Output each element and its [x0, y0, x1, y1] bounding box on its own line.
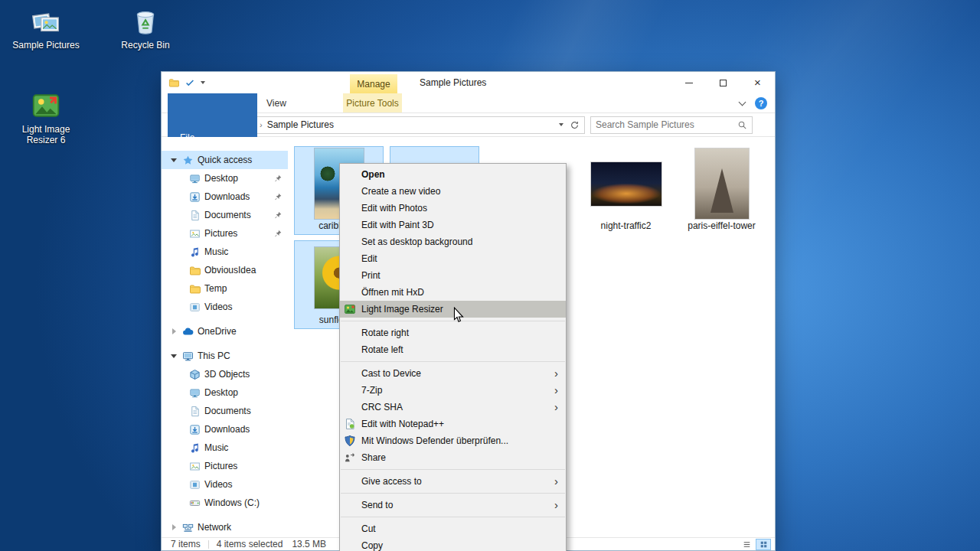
sidebar-item-icon: [189, 191, 201, 203]
file-name: paris-eiffel-tower: [678, 220, 766, 233]
minimize-button[interactable]: [671, 72, 706, 93]
menu-item[interactable]: Edit with Photos: [340, 200, 566, 217]
sidebar-item-icon: [189, 283, 201, 295]
breadcrumb[interactable]: Sample Pictures: [267, 119, 554, 130]
details-view-button[interactable]: [739, 539, 754, 550]
sidebar-item-label: Network: [198, 522, 288, 533]
menu-item[interactable]: Open: [340, 166, 566, 183]
menu-item[interactable]: Copy: [340, 537, 566, 551]
close-button[interactable]: [740, 72, 775, 93]
menu-item[interactable]: Print: [340, 267, 566, 284]
menu-item-icon: [344, 253, 356, 265]
menu-item-label: Cut: [361, 523, 376, 534]
menu-item[interactable]: CRC SHA: [340, 399, 566, 416]
search-input[interactable]: [596, 119, 734, 130]
refresh-button[interactable]: [570, 120, 580, 130]
sidebar-item-label: Music: [204, 246, 288, 257]
sidebar-item[interactable]: Downloads: [162, 420, 288, 439]
menu-item-label: Create a new video: [361, 186, 440, 197]
sidebar-item[interactable]: Windows (C:): [162, 494, 288, 512]
sidebar-item-icon: [182, 326, 194, 337]
sidebar-item[interactable]: Pictures: [162, 224, 288, 243]
sidebar-item-label: Downloads: [204, 424, 288, 435]
sidebar-item[interactable]: Music: [162, 243, 288, 261]
thumbnails-view-button[interactable]: [756, 539, 771, 550]
sidebar-item-icon: [182, 350, 194, 362]
submenu-arrow-icon: [554, 383, 558, 396]
menu-item-label: Edit with Photos: [361, 203, 427, 214]
customize-toolbar-chevron-icon[interactable]: [201, 81, 205, 84]
sidebar-item[interactable]: Temp: [162, 279, 288, 298]
expand-chevron-icon[interactable]: [169, 354, 178, 358]
item-count: 7 items: [171, 539, 201, 549]
expand-ribbon-chevron-icon[interactable]: [739, 99, 746, 106]
sidebar-item-label: Quick access: [198, 155, 288, 165]
menu-item-icon: [344, 303, 356, 315]
menu-item[interactable]: Share: [340, 449, 566, 466]
menu-item-icon: [344, 367, 356, 380]
sidebar-item-icon: [189, 265, 201, 276]
ribbon-tab[interactable]: View: [256, 93, 296, 112]
menu-item[interactable]: 7-Zip: [340, 382, 566, 399]
menu-item-label: Open: [361, 169, 385, 180]
expand-chevron-icon[interactable]: [169, 524, 178, 530]
menu-item[interactable]: Edit with Paint 3D: [340, 217, 566, 233]
menu-item[interactable]: Cut: [340, 520, 566, 537]
menu-item[interactable]: Cast to Device: [340, 365, 566, 382]
file-name: night-traffic2: [582, 220, 670, 233]
menu-item[interactable]: Edit: [340, 250, 566, 267]
close-icon: [754, 77, 761, 89]
sidebar-item[interactable]: Quick access: [162, 151, 288, 169]
sidebar-item[interactable]: ObviousIdea: [162, 261, 288, 279]
sidebar-item[interactable]: Desktop: [162, 383, 288, 402]
picture-tools-group[interactable]: Picture Tools: [343, 93, 402, 112]
menu-item[interactable]: Edit with Notepad++: [340, 416, 566, 432]
menu-item[interactable]: Set as desktop background: [340, 233, 566, 250]
menu-item-label: Set as desktop background: [361, 236, 472, 247]
menu-item[interactable]: Rotate right: [340, 324, 566, 341]
menu-item-icon: [344, 475, 356, 487]
address-dropdown-chevron-icon[interactable]: [559, 123, 564, 126]
sidebar-item-icon: [189, 210, 201, 221]
search-icon[interactable]: [737, 120, 747, 130]
sidebar-item[interactable]: 3D Objects: [162, 365, 288, 383]
sidebar-item[interactable]: Desktop: [162, 169, 288, 187]
sidebar-item[interactable]: Documents: [162, 402, 288, 420]
file-item[interactable]: paris-eiffel-tower: [677, 146, 766, 235]
file-item[interactable]: night-traffic2: [581, 146, 671, 235]
menu-item[interactable]: Create a new video: [340, 183, 566, 200]
help-button[interactable]: ?: [755, 97, 767, 109]
pin-icon: [273, 229, 283, 238]
sidebar-item-label: Desktop: [204, 173, 270, 184]
desktop-icon[interactable]: Sample Pictures: [9, 6, 83, 51]
menu-item[interactable]: Mit Windows Defender überprüfen...: [340, 432, 566, 449]
sidebar-item[interactable]: This PC: [162, 347, 288, 365]
ribbon-tabs: File Home Share View: [168, 93, 296, 112]
menu-item[interactable]: Rotate left: [340, 341, 566, 358]
menu-item-icon: [344, 384, 356, 396]
sidebar-item-icon: [189, 461, 201, 472]
sidebar-item[interactable]: Documents: [162, 206, 288, 224]
menu-item-label: Send to: [361, 500, 393, 510]
desktop-icon[interactable]: Recycle Bin: [100, 6, 191, 51]
menu-item[interactable]: Öffnen mit HxD: [340, 284, 566, 301]
menu-item[interactable]: Give access to: [340, 473, 566, 490]
sidebar-item[interactable]: Network: [162, 518, 288, 536]
menu-item[interactable]: Send to: [340, 497, 566, 514]
sidebar-item[interactable]: Videos: [162, 298, 288, 316]
sidebar-item[interactable]: Music: [162, 439, 288, 457]
sidebar-item[interactable]: OneDrive: [162, 322, 288, 341]
address-bar[interactable]: › Sample Pictures: [239, 116, 585, 134]
manage-contextual-tab[interactable]: Manage: [350, 74, 397, 93]
maximize-button[interactable]: [706, 72, 740, 93]
sidebar-item[interactable]: Pictures: [162, 457, 288, 475]
selection-count: 4 items selected: [217, 539, 283, 549]
properties-check-icon[interactable]: [185, 77, 195, 88]
submenu-arrow-icon: [554, 367, 558, 380]
sidebar-item[interactable]: Videos: [162, 475, 288, 494]
expand-chevron-icon[interactable]: [169, 158, 178, 162]
expand-chevron-icon[interactable]: [169, 328, 178, 334]
desktop-icon[interactable]: Light Image Resizer 6: [9, 90, 83, 146]
menu-item-icon: [344, 499, 356, 511]
sidebar-item[interactable]: Downloads: [162, 187, 288, 206]
